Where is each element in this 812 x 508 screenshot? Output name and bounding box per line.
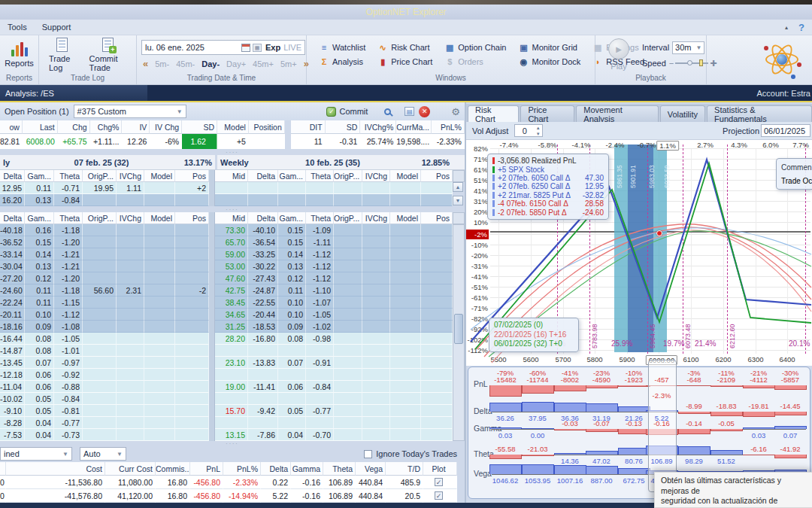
table-cell: -30.04	[0, 260, 25, 272]
table-cell: -2.33%	[223, 476, 261, 489]
nav-Day+[interactable]: Day+	[226, 59, 246, 68]
date-picker-icon[interactable]: ▦	[253, 44, 262, 52]
greek-bar	[586, 451, 618, 455]
table-cell: Delta	[0, 170, 25, 182]
help-icon[interactable]: ?	[798, 22, 804, 33]
table-cell: 0.12	[278, 272, 306, 284]
table-cell	[144, 260, 175, 272]
trading-date-input[interactable]: lu. 06 ene. 2025 ▦ Exp LIVE	[141, 40, 305, 55]
window-button-orders[interactable]: $Orders	[444, 57, 506, 67]
interval-select[interactable]: 30m▼	[672, 41, 704, 54]
window-button-monitor-grid[interactable]: ▣Monitor Grid	[518, 43, 580, 53]
scroll-up-icon[interactable]: ▲	[453, 182, 463, 192]
window-button-monitor-dock[interactable]: ◉Monitor Dock	[518, 57, 580, 67]
table-cell	[390, 297, 421, 309]
tab-statistics-fundamentals[interactable]: Statistics & Fundamentals	[707, 105, 812, 122]
chain-gutter[interactable]	[209, 212, 215, 224]
greek-value: 0.00	[520, 431, 555, 440]
menu-support[interactable]: Support	[35, 21, 79, 33]
calendar-icon[interactable]	[241, 44, 250, 52]
table-cell: Theta	[306, 212, 334, 224]
table-cell	[390, 182, 421, 194]
chain-header-left: DeltaGam...ThetaOrigP...IVChgModelPos	[0, 170, 209, 182]
ribbon-spacer	[707, 35, 812, 84]
scrollbar[interactable]	[453, 224, 465, 441]
table-cell	[144, 417, 175, 429]
plot-checkbox[interactable]: ✓	[435, 478, 443, 486]
export-icon[interactable]: ▤	[404, 107, 414, 116]
table-cell	[215, 369, 248, 381]
table-cell	[278, 393, 306, 405]
table-cell: -2	[175, 284, 209, 297]
menu-tools[interactable]: Tools	[0, 21, 35, 33]
table-cell	[334, 260, 362, 272]
expiry-date[interactable]: 10 feb. 25 (35)	[259, 158, 406, 167]
risk-chart[interactable]: 5861.355901.915983.036023.59 5783.985964…	[466, 140, 812, 366]
splitter-handle[interactable]: ····	[0, 149, 465, 155]
nav-5m-[interactable]: 5m-	[155, 59, 169, 68]
scrollbar-thumb[interactable]	[454, 314, 463, 344]
chain-gutter[interactable]	[209, 170, 215, 182]
nav-5m+[interactable]: 5m+	[280, 59, 297, 68]
collapse-ribbon-icon[interactable]: ▴	[785, 24, 788, 31]
table-cell	[334, 417, 362, 429]
table-cell: 2.31	[117, 284, 144, 297]
tab-movement-analysis[interactable]: Movement Analysis	[576, 105, 658, 122]
chain-gutter[interactable]	[209, 224, 215, 441]
table-cell: PnL	[190, 462, 223, 476]
window-button-watchlist[interactable]: ≡Watchlist	[319, 43, 365, 53]
scrollbar[interactable]	[453, 212, 465, 224]
tab-price-chart[interactable]: Price Chart	[520, 105, 574, 122]
table-cell: Plot	[423, 462, 457, 476]
back-chevrons-icon[interactable]: «	[143, 58, 148, 69]
auto-select[interactable]: Auto▼	[80, 447, 126, 461]
plot-checkbox[interactable]: ✓	[435, 491, 443, 500]
greek-value: 47.02	[584, 457, 619, 465]
chart-controls: Vol Adjust 0 ▲▼ Projection 06/01/2025	[466, 122, 812, 140]
play-button[interactable]: ▶ Play	[603, 38, 635, 71]
tab-volatility[interactable]: Volatility	[660, 105, 705, 122]
window-button-option-chain[interactable]: ▦Option Chain	[444, 43, 506, 53]
tab-risk-chart[interactable]: Risk Chart	[468, 105, 519, 122]
nav-Day-[interactable]: Day-	[201, 59, 220, 68]
legend-delta-value: 28.58	[579, 199, 604, 208]
combined-select[interactable]: ined▼	[0, 447, 72, 461]
table-cell: 0.07	[25, 357, 54, 369]
chain-headers: DeltaGam...ThetaOrigP...IVChgModelPosMid…	[0, 212, 465, 224]
nav-45m+[interactable]: 45m+	[253, 59, 274, 68]
window-button-analysis[interactable]: ΣAnalysis	[319, 57, 365, 67]
notification-toast[interactable]: Obtén las últimas características y mejo…	[654, 472, 812, 508]
chain-gutter[interactable]	[209, 182, 215, 206]
table-cell	[334, 182, 362, 194]
window-button-risk-chart[interactable]: ∿Risk Chart	[377, 43, 432, 53]
table-cell	[390, 393, 421, 405]
projection-date-input[interactable]: 06/01/2025	[761, 124, 810, 137]
table-cell	[83, 297, 117, 309]
account-label: Account: Estra	[756, 89, 810, 98]
strategy-select[interactable]: #375 Custom▼	[74, 105, 186, 118]
vol-adjust-spinner[interactable]: 0 ▲▼	[514, 124, 543, 137]
analysis-tab[interactable]: Analysis: /ES	[0, 85, 147, 101]
search-icon[interactable]	[384, 108, 391, 115]
table-cell	[421, 429, 453, 441]
scroll-down-icon[interactable]: ▼	[453, 196, 463, 205]
nav-45m-[interactable]: 45m-	[176, 59, 195, 68]
commit-button[interactable]: ✓ Commit	[326, 107, 368, 117]
ignore-trades-checkbox[interactable]	[364, 450, 372, 458]
table-cell	[215, 417, 248, 429]
splitter-handle[interactable]: ····	[0, 206, 465, 212]
commit-trade-button[interactable]: + Commit Trade	[84, 38, 132, 72]
close-position-icon[interactable]: ✕	[419, 106, 430, 117]
scrollbar[interactable]	[453, 170, 465, 182]
totals-header-row: CostCurr CostCommis...PnLPnL%DeltaGammaT…	[0, 462, 465, 476]
greek-bar	[710, 412, 743, 416]
trade-log-button[interactable]: Trade Log	[44, 38, 81, 72]
table-cell: -33.14	[0, 248, 25, 260]
table-row: -33.140.14-1.21	[0, 248, 209, 260]
reports-button[interactable]: Reports	[0, 41, 39, 68]
ribbon-group-windows: ≡Watchlist∿Risk Chart▦Option Chain▣Monit…	[307, 35, 595, 84]
gear-icon[interactable]: ⚙	[451, 106, 460, 117]
chevron-down-icon: ▼	[695, 44, 701, 51]
window-button-price-chart[interactable]: ▮Price Chart	[377, 57, 432, 67]
expiry-date[interactable]: 07 feb. 25 (32)	[35, 158, 168, 167]
